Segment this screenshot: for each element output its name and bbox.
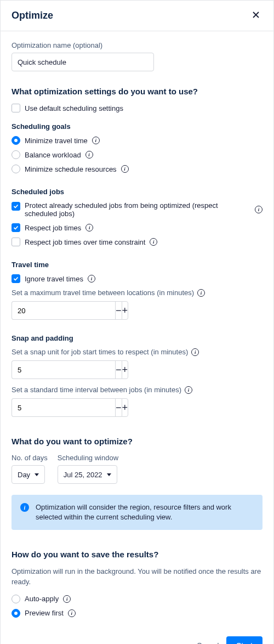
protect-scheduled-checkbox[interactable]	[12, 202, 20, 211]
snap-unit-increment[interactable]: +	[122, 360, 129, 379]
goal-balance-radio[interactable]	[12, 150, 20, 159]
preview-first-radio[interactable]	[12, 609, 20, 618]
modal-footer: Cancel Start	[1, 629, 273, 644]
respect-times-checkbox[interactable]	[12, 223, 20, 232]
snap-unit-label: Set a snap unit for job start times to r…	[12, 348, 262, 356]
what-optimize-title: What do you want to optimize?	[12, 437, 262, 446]
window-label: Scheduling window	[58, 454, 118, 462]
days-select[interactable]: Day	[12, 465, 45, 484]
days-select-group: No. of days Day	[12, 454, 48, 484]
scheduled-jobs-title: Scheduled jobs	[12, 188, 262, 196]
respect-times-row: Respect job times	[12, 223, 262, 232]
modal-title: Optimize	[12, 10, 53, 21]
snap-interval-decrement[interactable]: −	[115, 398, 122, 417]
preview-first-label: Preview first	[25, 609, 64, 617]
snap-unit-stepper: − +	[12, 360, 118, 379]
max-travel-decrement[interactable]: −	[115, 301, 122, 320]
goal-balance-label: Balance workload	[25, 151, 81, 159]
respect-over-constraint-row: Respect job times over time constraint	[12, 238, 262, 246]
protect-scheduled-label: Protect already scheduled jobs from bein…	[25, 201, 218, 218]
optimize-selects-row: No. of days Day Scheduling window Jul 25…	[12, 454, 262, 484]
snap-interval-increment[interactable]: +	[122, 398, 129, 417]
days-label: No. of days	[12, 454, 48, 462]
respect-over-constraint-checkbox[interactable]	[12, 238, 20, 246]
info-icon[interactable]	[63, 595, 71, 603]
optimization-name-input[interactable]	[12, 53, 154, 71]
optimization-name-label: Optimization name (optional)	[12, 41, 262, 49]
max-travel-increment[interactable]: +	[122, 301, 129, 320]
snap-interval-label: Set a standard time interval between job…	[12, 386, 262, 394]
info-icon[interactable]	[85, 151, 93, 159]
scheduling-goals-title: Scheduling goals	[12, 122, 262, 131]
info-icon[interactable]	[255, 206, 262, 213]
respect-over-constraint-label: Respect job times over time constraint	[25, 238, 145, 246]
save-results-helper: Optimization will run in the background.…	[12, 567, 262, 586]
snap-padding-title: Snap and padding	[12, 334, 262, 342]
preview-first-row: Preview first	[12, 609, 262, 618]
travel-time-title: Travel time	[12, 261, 262, 269]
max-travel-input[interactable]	[12, 301, 115, 320]
info-icon[interactable]	[197, 289, 205, 297]
goal-minimize-resources-radio[interactable]	[12, 165, 20, 173]
info-icon[interactable]	[121, 165, 129, 173]
info-icon	[20, 503, 29, 512]
start-button[interactable]: Start	[226, 636, 262, 644]
goal-minimize-travel-radio[interactable]	[12, 136, 20, 145]
ignore-travel-checkbox[interactable]	[12, 274, 20, 283]
snap-unit-decrement[interactable]: −	[115, 360, 122, 379]
info-icon[interactable]	[185, 386, 192, 394]
ignore-travel-row: Ignore travel times	[12, 274, 262, 283]
max-travel-stepper: − +	[12, 301, 118, 320]
use-default-label: Use default scheduling settings	[25, 104, 123, 112]
snap-interval-input[interactable]	[12, 398, 115, 417]
window-select[interactable]: Jul 25, 2022	[58, 465, 117, 484]
goal-minimize-travel-row: Minimize travel time	[12, 136, 262, 145]
info-icon[interactable]	[68, 609, 76, 617]
auto-apply-radio[interactable]	[12, 595, 20, 603]
goal-minimize-resources-label: Minimize schedule resources	[25, 165, 117, 173]
use-default-row: Use default scheduling settings	[12, 104, 262, 112]
info-icon[interactable]	[191, 348, 199, 356]
modal-body: Optimization name (optional) What optimi…	[1, 31, 273, 629]
info-icon[interactable]	[88, 275, 95, 283]
info-banner: Optimization will consider the region, r…	[12, 495, 262, 530]
use-default-checkbox[interactable]	[12, 104, 20, 112]
cancel-button[interactable]: Cancel	[197, 641, 219, 644]
max-travel-label: Set a maximum travel time between locati…	[12, 289, 262, 297]
respect-times-label: Respect job times	[25, 224, 81, 232]
chevron-down-icon	[35, 473, 39, 476]
window-select-group: Scheduling window Jul 25, 2022	[58, 454, 118, 484]
snap-interval-stepper: − +	[12, 398, 118, 417]
snap-unit-input[interactable]	[12, 360, 115, 379]
info-banner-text: Optimization will consider the region, r…	[36, 502, 254, 522]
close-icon	[252, 10, 260, 19]
auto-apply-label: Auto-apply	[25, 595, 59, 603]
close-button[interactable]	[249, 8, 262, 23]
save-results-title: How do you want to save the results?	[12, 550, 262, 559]
info-icon[interactable]	[85, 224, 93, 231]
protect-scheduled-row: Protect already scheduled jobs from bein…	[12, 201, 262, 218]
info-icon[interactable]	[150, 238, 157, 246]
chevron-down-icon	[107, 473, 111, 476]
optimize-modal: Optimize Optimization name (optional) Wh…	[0, 0, 274, 644]
goal-balance-row: Balance workload	[12, 150, 262, 159]
goal-minimize-resources-row: Minimize schedule resources	[12, 165, 262, 173]
info-icon[interactable]	[92, 137, 100, 144]
modal-header: Optimize	[1, 1, 273, 31]
goal-minimize-travel-label: Minimize travel time	[25, 137, 88, 145]
ignore-travel-label: Ignore travel times	[25, 275, 83, 283]
settings-section-title: What optimization settings do you want t…	[12, 87, 262, 96]
auto-apply-row: Auto-apply	[12, 595, 262, 603]
